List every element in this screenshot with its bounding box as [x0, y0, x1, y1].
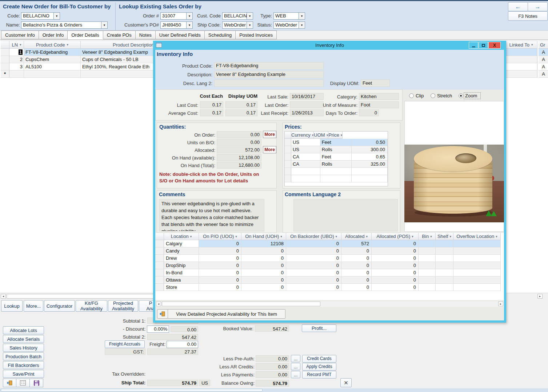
location-name-cell[interactable]: In-Bond: [164, 269, 199, 276]
on-order-field[interactable]: 0.00: [217, 131, 261, 138]
locations-column-header[interactable]: Overflow Location▾: [453, 233, 501, 240]
freight-input[interactable]: 0.00: [167, 341, 198, 348]
on-hand-cell[interactable]: 0: [241, 262, 286, 269]
on-po-cell[interactable]: 0: [199, 269, 241, 276]
dropdown-arrow-icon[interactable]: ▾: [101, 22, 107, 28]
tab[interactable]: Customer Info: [1, 31, 39, 39]
dropdown-arrow-icon[interactable]: ▾: [186, 22, 192, 28]
gr-cell[interactable]: A: [539, 70, 548, 78]
row-selector[interactable]: [285, 139, 291, 146]
location-row[interactable]: Store 0 0 0 0 0: [155, 284, 504, 291]
payment-action-button[interactable]: Record PMT: [302, 371, 336, 379]
overflow-location-cell[interactable]: [453, 262, 501, 269]
bin-cell[interactable]: [419, 240, 436, 247]
locations-column-header[interactable]: On Hand (UOH)▾: [241, 233, 286, 240]
comments-lang2-text[interactable]: [293, 199, 398, 231]
locations-column-header[interactable]: Bin▾: [419, 233, 436, 240]
kitfg-availability-button[interactable]: Kit/FG Availability: [76, 300, 107, 312]
ellipsis-button[interactable]: ...: [291, 355, 300, 362]
type-combo[interactable]: WEB ▾: [273, 12, 305, 20]
dropdown-arrow-icon[interactable]: ▾: [186, 13, 192, 19]
location-row[interactable]: Calgary 0 12108 0 572 0: [155, 240, 504, 247]
on-po-cell[interactable]: 0: [199, 240, 241, 247]
clip-radio[interactable]: [409, 93, 414, 98]
price-row[interactable]: US Feet 0.50: [285, 139, 388, 146]
row-selector[interactable]: [285, 146, 291, 153]
bin-cell[interactable]: [419, 269, 436, 276]
price-cell[interactable]: 0.65: [352, 153, 388, 161]
scroll-left-icon[interactable]: ◄: [1, 294, 6, 299]
allocated-cell[interactable]: 0: [341, 284, 372, 291]
on-hand-cell[interactable]: 0: [241, 247, 286, 255]
uom-cell[interactable]: Rolls: [320, 146, 352, 153]
currency-cell[interactable]: CA: [291, 153, 320, 161]
side-button[interactable]: Save/Print: [3, 370, 44, 378]
overflow-location-cell[interactable]: [453, 247, 501, 255]
location-name-cell[interactable]: DropShip: [164, 262, 199, 269]
allocated-cell[interactable]: 0: [341, 262, 372, 269]
column-header-gr[interactable]: Gr: [539, 41, 548, 49]
on-hand-cell[interactable]: 0: [241, 255, 286, 262]
on-po-cell[interactable]: 0: [199, 255, 241, 262]
side-button[interactable]: Allocate Lots: [3, 326, 44, 334]
overflow-location-cell[interactable]: [453, 276, 501, 284]
product-code-cell[interactable]: CupsChem: [24, 56, 81, 63]
stretch-radio-label[interactable]: Stretch: [437, 93, 452, 98]
on-hand-cell[interactable]: 0: [241, 269, 286, 276]
price-row[interactable]: US Rolls 300.00: [285, 146, 388, 153]
line-number-cell[interactable]: 1: [9, 49, 24, 56]
shelf-cell[interactable]: [436, 255, 453, 262]
location-name-cell[interactable]: Drew: [164, 255, 199, 262]
record-forward-button[interactable]: →: [528, 2, 548, 11]
shelf-cell[interactable]: [436, 269, 453, 276]
prices-column-header[interactable]: Price▾: [328, 132, 343, 139]
on-backorder-cell[interactable]: 0: [286, 247, 341, 255]
on-backorder-cell[interactable]: 0: [286, 269, 341, 276]
allocated-pos-cell[interactable]: 0: [372, 240, 419, 247]
on-hand-cell[interactable]: 0: [241, 276, 286, 284]
f3-notes-button[interactable]: F3 Notes: [508, 11, 548, 21]
price-cell[interactable]: 0.50: [352, 139, 388, 146]
locations-column-header[interactable]: Location▾: [164, 233, 199, 240]
ellipsis-button[interactable]: ...: [291, 363, 300, 370]
row-selector[interactable]: [155, 247, 164, 255]
customer-po-combo[interactable]: JH89450 ▾: [160, 21, 193, 29]
scroll-right-icon[interactable]: ►: [498, 302, 503, 306]
zoom-radio[interactable]: [459, 93, 463, 98]
row-selector[interactable]: [155, 255, 164, 262]
row-selector[interactable]: [285, 153, 291, 161]
uom-cell[interactable]: Feet: [320, 153, 352, 161]
row-selector[interactable]: [155, 284, 164, 291]
prices-column-header[interactable]: UOM▾: [314, 132, 328, 139]
row-selector[interactable]: [1, 49, 9, 56]
line-number-cell[interactable]: 3: [9, 63, 24, 70]
allocated-cell[interactable]: 0: [341, 255, 372, 262]
view-projected-availability-button[interactable]: View Detailed Projected Availability for…: [168, 309, 285, 319]
overflow-location-cell[interactable]: [453, 269, 501, 276]
profit-button[interactable]: Profit...: [302, 324, 336, 332]
save-button[interactable]: [30, 379, 43, 387]
dropdown-arrow-icon[interactable]: ▾: [247, 13, 253, 19]
row-selector[interactable]: [155, 240, 164, 247]
close-button[interactable]: X: [488, 42, 501, 49]
on-order-more-button[interactable]: More: [263, 131, 276, 138]
dropdown-arrow-icon[interactable]: ▾: [299, 22, 305, 28]
currency-cell[interactable]: US: [291, 139, 320, 146]
allocated-field[interactable]: 572.00: [217, 146, 261, 153]
overflow-location-cell[interactable]: [453, 255, 501, 262]
allocated-cell[interactable]: 0: [341, 269, 372, 276]
row-selector[interactable]: [1, 63, 9, 70]
price-row[interactable]: CA Feet 0.65: [285, 153, 388, 161]
scroll-left-icon[interactable]: ◄: [156, 302, 161, 306]
location-name-cell[interactable]: Calgary: [164, 240, 199, 247]
location-name-cell[interactable]: Store: [164, 284, 199, 291]
location-name-cell[interactable]: Ottawa: [164, 276, 199, 284]
uom-cell[interactable]: Rolls: [320, 161, 352, 168]
on-po-cell[interactable]: 0: [199, 284, 241, 291]
locations-column-header[interactable]: Allocated (POS)▾: [372, 233, 419, 240]
shelf-cell[interactable]: [436, 276, 453, 284]
shelf-cell[interactable]: [436, 262, 453, 269]
gr-cell[interactable]: A: [539, 49, 548, 56]
side-button[interactable]: Fill Backorders: [3, 361, 44, 369]
tab[interactable]: Order Details: [68, 31, 103, 39]
